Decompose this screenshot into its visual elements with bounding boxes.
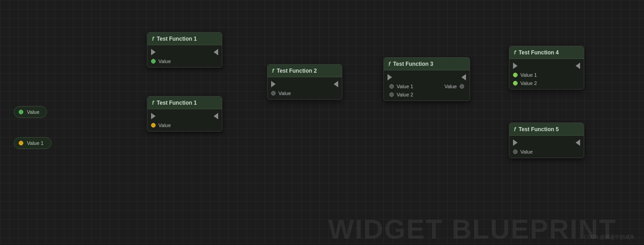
node-func1b-header: f Test Function 1	[147, 96, 222, 109]
node-func4-header: f Test Function 4	[509, 46, 584, 59]
func3-right-pins: Value	[441, 82, 468, 99]
var-node-value[interactable]: Value	[14, 106, 47, 118]
value-pin-row: Value	[147, 121, 222, 129]
exec-out-pin[interactable]	[576, 63, 580, 69]
node-func2-body: Value	[267, 77, 342, 99]
node-func2-header: f Test Function 2	[267, 64, 342, 77]
exec-row	[267, 79, 342, 89]
node-func3[interactable]: f Test Function 3 Value 1 Value 2 Value	[383, 57, 470, 101]
node-func3-title: Test Function 3	[393, 61, 433, 67]
pin-dot-value	[19, 110, 23, 114]
exec-in-pin[interactable]	[513, 63, 518, 69]
node-func2[interactable]: f Test Function 2 Value	[267, 64, 342, 100]
pin-green[interactable]	[151, 59, 156, 64]
func-icon: f	[152, 99, 154, 106]
node-func5[interactable]: f Test Function 5 Value	[509, 122, 584, 158]
node-func5-header: f Test Function 5	[509, 123, 584, 136]
node-func1a-header: f Test Function 1	[147, 32, 222, 45]
node-func1b-body: Value	[147, 109, 222, 131]
pin-gray[interactable]	[271, 91, 276, 96]
node-func1a-title: Test Function 1	[157, 36, 197, 42]
func-icon: f	[272, 67, 274, 74]
node-func1b-title: Test Function 1	[157, 100, 197, 106]
pin-lime[interactable]	[513, 73, 518, 77]
node-func4-title: Test Function 4	[518, 49, 559, 56]
exec-in-pin[interactable]	[387, 74, 392, 80]
node-func2-title: Test Function 2	[277, 68, 317, 74]
exec-in-pin[interactable]	[513, 139, 518, 146]
exec-out-pin[interactable]	[461, 74, 466, 80]
exec-row	[147, 47, 222, 57]
var-node-value1[interactable]: Value 1	[14, 137, 52, 149]
pin-row-value2: Value 2	[386, 91, 417, 99]
pin-gray[interactable]	[389, 84, 394, 89]
node-func4-body: Value 1 Value 2	[509, 59, 584, 89]
func3-left-pins: Value 1 Value 2	[386, 82, 417, 99]
var-label-value1: Value 1	[27, 140, 44, 146]
exec-out-pin[interactable]	[214, 113, 218, 119]
node-func1a[interactable]: f Test Function 1 Value	[147, 32, 222, 68]
pin-gray[interactable]	[513, 149, 518, 154]
node-func1a-body: Value	[147, 45, 222, 67]
pin-gray[interactable]	[389, 92, 394, 97]
func-icon: f	[514, 49, 516, 56]
pin-lime2[interactable]	[513, 81, 518, 85]
node-func3-header: f Test Function 3	[384, 58, 470, 70]
node-func4[interactable]: f Test Function 4 Value 1 Value 2	[509, 46, 584, 90]
pin-label-value: Value	[158, 59, 171, 64]
exec-in-pin[interactable]	[271, 81, 276, 87]
pin-label-value: Value	[158, 122, 171, 128]
value-pin-row: Value	[509, 148, 584, 156]
node-func5-title: Test Function 5	[518, 126, 559, 133]
func3-pins: Value 1 Value 2 Value	[384, 82, 470, 99]
pin-row-value1: Value 1	[509, 71, 584, 79]
pin-row-value-right: Value	[441, 82, 468, 91]
exec-row	[509, 138, 584, 148]
value-pin-row: Value	[147, 57, 222, 65]
pin-label-value: Value	[278, 91, 291, 96]
func-icon: f	[388, 60, 390, 67]
exec-out-pin[interactable]	[334, 81, 338, 87]
var-label-value: Value	[27, 109, 39, 115]
exec-row	[384, 72, 470, 82]
exec-row	[509, 61, 584, 71]
value-pin-row: Value	[267, 89, 342, 97]
pin-row-value2: Value 2	[509, 79, 584, 87]
node-func3-body: Value 1 Value 2 Value	[384, 70, 470, 101]
node-func5-body: Value	[509, 136, 584, 158]
func-icon: f	[152, 35, 154, 42]
exec-in-pin[interactable]	[151, 49, 156, 55]
pin-gray-right[interactable]	[460, 84, 464, 89]
credit-watermark: CSDN @混迹中的咸鱼	[584, 234, 635, 240]
exec-out-pin[interactable]	[214, 49, 218, 55]
exec-out-pin[interactable]	[576, 139, 580, 146]
func-icon: f	[514, 126, 516, 133]
pin-row-value1: Value 1	[386, 82, 417, 91]
exec-in-pin[interactable]	[151, 113, 156, 119]
exec-row	[147, 111, 222, 121]
pin-yellow[interactable]	[151, 123, 156, 128]
node-func1b[interactable]: f Test Function 1 Value	[147, 96, 222, 132]
pin-dot-value1	[19, 141, 23, 145]
